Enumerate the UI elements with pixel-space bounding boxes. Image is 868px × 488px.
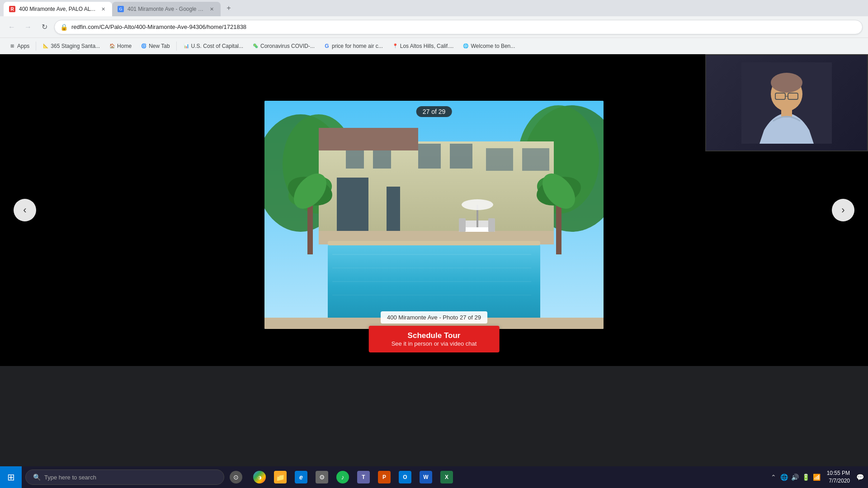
search-placeholder: Type here to search (44, 474, 96, 481)
bookmark-home-label: Home (117, 43, 132, 49)
clock-date: 7/7/2020 (827, 477, 850, 485)
tab-maps-close[interactable]: ✕ (208, 5, 215, 13)
reload-button[interactable]: ↻ (38, 21, 51, 33)
svg-rect-6 (319, 128, 418, 150)
cortana-icon: ⊙ (230, 471, 242, 483)
settings-icon: ⚙ (316, 471, 328, 483)
start-button[interactable]: ⊞ (0, 466, 22, 488)
tab-maps[interactable]: G 401 Miramonte Ave - Google M... ✕ (112, 2, 221, 16)
schedule-tour-button[interactable]: Schedule Tour See it in person or via vi… (369, 326, 500, 352)
bookmark-price-label: price for home air c... (332, 43, 383, 49)
newtab-favicon: 🌀 (141, 43, 147, 49)
address-bar[interactable]: 🔒 redfin.com/CA/Palo-Alto/400-Miramonte-… (54, 20, 863, 34)
address-text: redfin.com/CA/Palo-Alto/400-Miramonte-Av… (71, 23, 857, 30)
search-icon: 🔍 (33, 474, 41, 481)
redfin-favicon: R (9, 6, 15, 12)
svg-rect-9 (418, 144, 441, 169)
bookmark-apps[interactable]: ⊞ Apps (5, 42, 33, 50)
system-tray: ⌃ 🌐 🔊 🔋 📶 10:55 PM 7/7/2020 💬 (769, 469, 868, 485)
system-clock: 10:55 PM 7/7/2020 (823, 469, 854, 485)
taskbar: ⊞ 🔍 Type here to search ⊙ ◑ 📁 e ⚙ ♪ T P (0, 466, 868, 488)
apps-favicon: ⊞ (9, 43, 15, 49)
video-person (706, 55, 867, 150)
spotify-icon: ♪ (336, 471, 349, 483)
back-button[interactable]: ← (5, 21, 18, 33)
svg-point-39 (771, 73, 802, 93)
tab-redfin-title: 400 Miramonte Ave, PALO ALTO... (19, 6, 96, 12)
wifi-icon[interactable]: 📶 (812, 473, 821, 482)
excel-icon: X (440, 471, 453, 483)
bookmark-newtab-label: New Tab (149, 43, 170, 49)
svg-rect-33 (488, 218, 495, 232)
tab-redfin[interactable]: R 400 Miramonte Ave, PALO ALTO... ✕ (4, 2, 112, 16)
nav-bar: ← → ↻ 🔒 redfin.com/CA/Palo-Alto/400-Mira… (0, 16, 868, 38)
lock-icon: 🔒 (60, 23, 68, 31)
person-avatar (741, 62, 832, 144)
tab-bar: R 400 Miramonte Ave, PALO ALTO... ✕ G 40… (0, 0, 868, 16)
photo-counter: 27 of 29 (416, 106, 452, 117)
bookmark-price[interactable]: G price for home air c... (320, 42, 387, 50)
volume-icon[interactable]: 🔊 (791, 473, 800, 482)
battery-icon[interactable]: 🔋 (802, 473, 811, 482)
schedule-tour-subtitle: See it in person or via video chat (392, 340, 477, 347)
taskbar-settings[interactable]: ⚙ (312, 467, 332, 487)
taskbar-powerpoint[interactable]: P (374, 467, 394, 487)
welcome-favicon: 🌐 (462, 43, 469, 49)
bookmark-staging-label: 365 Staging Santa... (51, 43, 100, 49)
bookmark-home[interactable]: 🏠 Home (105, 42, 135, 50)
taskbar-outlook[interactable]: O (395, 467, 415, 487)
bookmarks-bar: ⊞ Apps 📐 365 Staging Santa... 🏠 Home 🌀 N… (0, 38, 868, 54)
svg-rect-13 (387, 187, 400, 232)
bookmark-losaltos[interactable]: 📍 Los Altos Hills, Calif.... (388, 42, 458, 50)
browser-window: R 400 Miramonte Ave, PALO ALTO... ✕ G 40… (0, 0, 868, 366)
taskbar-teams[interactable]: T (354, 467, 373, 487)
bookmark-staging[interactable]: 📐 365 Staging Santa... (39, 42, 104, 50)
property-photo (264, 101, 604, 329)
taskbar-spotify[interactable]: ♪ (333, 467, 353, 487)
bookmark-newtab[interactable]: 🌀 New Tab (137, 42, 173, 50)
cortana-button[interactable]: ⊙ (226, 467, 246, 487)
forward-button[interactable]: → (22, 21, 34, 33)
bookmark-separator-1 (36, 42, 36, 51)
svg-rect-32 (459, 218, 466, 232)
bookmark-welcome-label: Welcome to Ben... (471, 43, 515, 49)
svg-rect-10 (450, 144, 472, 169)
taskbar-word[interactable]: W (416, 467, 436, 487)
covid-favicon: 🦠 (252, 43, 259, 49)
svg-rect-7 (346, 150, 364, 169)
svg-rect-12 (522, 148, 549, 171)
chrome-icon: ◑ (253, 471, 266, 483)
bookmark-losaltos-label: Los Altos Hills, Calif.... (400, 43, 454, 49)
chevron-up-icon[interactable]: ⌃ (769, 473, 778, 482)
main-photo: 27 of 29 (264, 101, 604, 329)
browser-content: ‹ 27 of 29 (0, 54, 868, 366)
staging-favicon: 📐 (42, 43, 49, 49)
losaltos-favicon: 📍 (392, 43, 398, 49)
bookmark-welcome[interactable]: 🌐 Welcome to Ben... (459, 42, 519, 50)
new-tab-button[interactable]: + (222, 2, 235, 14)
taskbar-search[interactable]: 🔍 Type here to search (25, 469, 224, 485)
powerpoint-icon: P (378, 471, 391, 483)
home-favicon: 🏠 (109, 43, 115, 49)
photo-caption: 400 Miramonte Ave - Photo 27 of 29 (381, 311, 487, 324)
taskbar-files[interactable]: 📁 (270, 467, 290, 487)
network-icon[interactable]: 🌐 (780, 473, 789, 482)
svg-rect-11 (486, 148, 513, 171)
maps-favicon: G (118, 6, 124, 12)
bookmark-apps-label: Apps (17, 43, 29, 49)
taskbar-edge[interactable]: e (291, 467, 311, 487)
taskbar-chrome[interactable]: ◑ (250, 467, 269, 487)
tab-maps-title: 401 Miramonte Ave - Google M... (127, 6, 204, 12)
tab-redfin-close[interactable]: ✕ (99, 5, 107, 13)
video-call-overlay (705, 54, 868, 151)
svg-rect-14 (337, 178, 368, 232)
svg-rect-8 (373, 150, 391, 169)
next-photo-button[interactable]: › (832, 199, 854, 221)
taskbar-excel[interactable]: X (437, 467, 457, 487)
svg-rect-21 (328, 241, 540, 245)
bookmark-cost[interactable]: 📊 U.S. Cost of Capital... (179, 42, 247, 50)
prev-photo-button[interactable]: ‹ (14, 199, 36, 221)
bookmark-covid[interactable]: 🦠 Coronavirus COVID-... (249, 42, 318, 50)
bookmark-cost-label: U.S. Cost of Capital... (191, 43, 243, 49)
notification-icon[interactable]: 💬 (855, 473, 864, 482)
